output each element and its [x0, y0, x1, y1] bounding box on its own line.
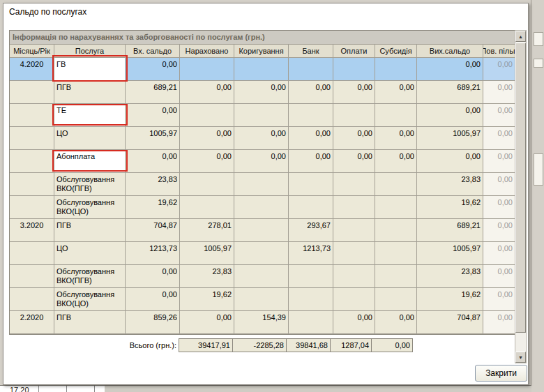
column-header-adjust[interactable]: Коригування: [234, 45, 289, 57]
cell-benefit[interactable]: 0,00: [483, 219, 515, 242]
cell-adjust[interactable]: [234, 265, 289, 288]
cell-bank[interactable]: [289, 288, 333, 311]
cell-service[interactable]: Абонплата: [54, 150, 126, 173]
cell-paid[interactable]: 0,00: [333, 311, 375, 334]
cell-month[interactable]: [10, 196, 54, 219]
cell-service[interactable]: ПГВ: [54, 311, 126, 334]
cell-subsidy[interactable]: 0,00: [375, 81, 417, 104]
column-header-charged[interactable]: Нараховано: [180, 45, 234, 57]
column-header-in[interactable]: Вх. сальдо: [126, 45, 180, 57]
cell-in[interactable]: 0,00: [126, 265, 180, 288]
cell-month[interactable]: [10, 242, 54, 265]
scroll-up-icon[interactable]: ▲: [515, 31, 526, 42]
cell-month[interactable]: [10, 81, 54, 104]
cell-month[interactable]: 2.2020: [10, 311, 54, 334]
cell-service[interactable]: Обслуговування ВКО(ПГВ): [54, 265, 126, 288]
cell-benefit[interactable]: 0,00: [483, 242, 515, 265]
cell-bank[interactable]: [289, 265, 333, 288]
cell-subsidy[interactable]: [375, 58, 417, 81]
cell-subsidy[interactable]: [375, 288, 417, 311]
cell-benefit[interactable]: 0,00: [483, 265, 515, 288]
cell-subsidy[interactable]: [375, 242, 417, 265]
column-header-out[interactable]: Вих.сальдо: [417, 45, 483, 57]
cell-month[interactable]: 3.2020: [10, 219, 54, 242]
cell-adjust[interactable]: [234, 104, 289, 127]
cell-bank[interactable]: [289, 311, 333, 334]
cell-paid[interactable]: 0,00: [333, 150, 375, 173]
cell-out[interactable]: 689,21: [417, 81, 483, 104]
grid-row-0[interactable]: 4.2020ГВ0,000,000,00: [10, 58, 515, 81]
cell-out[interactable]: 23,83: [417, 265, 483, 288]
cell-benefit[interactable]: 0,00: [483, 173, 515, 196]
cell-paid[interactable]: [333, 196, 375, 219]
scrollbar-thumb[interactable]: [515, 43, 526, 333]
cell-bank[interactable]: [289, 173, 333, 196]
cell-in[interactable]: 0,00: [126, 150, 180, 173]
cell-bank[interactable]: 0,00: [289, 81, 333, 104]
column-header-paid[interactable]: Оплати: [333, 45, 375, 57]
grid-row-10[interactable]: Обслуговування ВКО(ЦО)0,0019,6219,620,00: [10, 288, 515, 311]
cell-in[interactable]: 0,00: [126, 104, 180, 127]
cell-subsidy[interactable]: [375, 196, 417, 219]
cell-out[interactable]: 0,00: [417, 58, 483, 81]
close-button[interactable]: Закрити: [475, 365, 527, 382]
cell-out[interactable]: 23,83: [417, 173, 483, 196]
cell-service[interactable]: ЦО: [54, 127, 126, 150]
cell-in[interactable]: 859,26: [126, 311, 180, 334]
cell-out[interactable]: 704,87: [417, 311, 483, 334]
cell-month[interactable]: [10, 127, 54, 150]
cell-service[interactable]: Обслуговування ВКО(ЦО): [54, 196, 126, 219]
cell-paid[interactable]: [333, 288, 375, 311]
cell-subsidy[interactable]: 0,00: [375, 311, 417, 334]
cell-paid[interactable]: 0,00: [333, 81, 375, 104]
cell-charged[interactable]: 0,00: [180, 150, 234, 173]
cell-out[interactable]: 1005,97: [417, 127, 483, 150]
cell-in[interactable]: 0,00: [126, 58, 180, 81]
cell-paid[interactable]: [333, 104, 375, 127]
cell-subsidy[interactable]: [375, 173, 417, 196]
column-header-subsidy[interactable]: Субсидія: [375, 45, 417, 57]
dialog-titlebar[interactable]: Сальдо по послугах: [3, 3, 528, 20]
cell-adjust[interactable]: [234, 288, 289, 311]
cell-subsidy[interactable]: 0,00: [375, 150, 417, 173]
cell-service[interactable]: ПГВ: [54, 81, 126, 104]
grid-row-2[interactable]: ТЕ0,000,000,00: [10, 104, 515, 127]
cell-paid[interactable]: 0,00: [333, 127, 375, 150]
cell-adjust[interactable]: 0,00: [234, 127, 289, 150]
cell-paid[interactable]: [333, 173, 375, 196]
cell-adjust[interactable]: [234, 242, 289, 265]
grid-vertical-scrollbar[interactable]: ▲ ▼: [515, 30, 527, 363]
cell-benefit[interactable]: 0,00: [483, 127, 515, 150]
cell-charged[interactable]: 1005,97: [180, 242, 234, 265]
cell-charged[interactable]: 278,01: [180, 219, 234, 242]
cell-month[interactable]: [10, 265, 54, 288]
cell-in[interactable]: 19,62: [126, 196, 180, 219]
cell-service[interactable]: ЦО: [54, 242, 126, 265]
cell-service[interactable]: Обслуговування ВКО(ПГВ): [54, 173, 126, 196]
cell-service[interactable]: ТЕ: [54, 104, 126, 127]
cell-bank[interactable]: 293,67: [289, 219, 333, 242]
cell-benefit[interactable]: 0,00: [483, 81, 515, 104]
grid-row-8[interactable]: ЦО1213,731005,971213,731005,970,00: [10, 242, 515, 265]
grid-row-6[interactable]: Обслуговування ВКО(ЦО)19,6219,620,00: [10, 196, 515, 219]
cell-in[interactable]: 704,87: [126, 219, 180, 242]
cell-bank[interactable]: 0,00: [289, 150, 333, 173]
cell-month[interactable]: [10, 150, 54, 173]
cell-month[interactable]: [10, 288, 54, 311]
cell-benefit[interactable]: 0,00: [483, 150, 515, 173]
cell-paid[interactable]: [333, 58, 375, 81]
cell-out[interactable]: 0,00: [417, 104, 483, 127]
cell-charged[interactable]: 19,62: [180, 288, 234, 311]
cell-bank[interactable]: [289, 104, 333, 127]
cell-paid[interactable]: [333, 242, 375, 265]
scroll-down-icon[interactable]: ▼: [515, 352, 526, 363]
cell-adjust[interactable]: [234, 196, 289, 219]
cell-month[interactable]: [10, 104, 54, 127]
grid-row-9[interactable]: Обслуговування ВКО(ПГВ)0,0023,8323,830,0…: [10, 265, 515, 288]
cell-out[interactable]: 19,62: [417, 288, 483, 311]
cell-subsidy[interactable]: 0,00: [375, 127, 417, 150]
column-header-month[interactable]: Місяць/Рік: [10, 45, 54, 57]
cell-subsidy[interactable]: [375, 265, 417, 288]
cell-charged[interactable]: 23,83: [180, 265, 234, 288]
cell-subsidy[interactable]: [375, 104, 417, 127]
